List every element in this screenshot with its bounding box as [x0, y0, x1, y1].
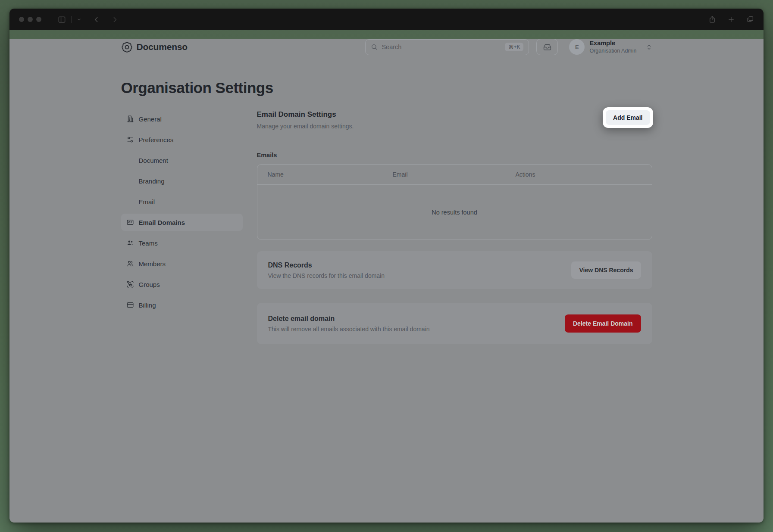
logo-text: Documenso — [137, 42, 188, 52]
column-header-name: Name — [268, 171, 393, 178]
dns-records-description: View the DNS records for this email doma… — [268, 272, 385, 279]
titlebar-divider — [71, 16, 72, 23]
show-all-tabs-icon[interactable] — [746, 16, 754, 23]
app-header: Documenso Search ⌘+K E — [121, 39, 652, 55]
documenso-logo-icon — [121, 41, 133, 53]
dns-records-title: DNS Records — [268, 261, 385, 269]
group-icon — [126, 280, 134, 288]
search-input[interactable]: Search ⌘+K — [365, 39, 529, 55]
sidebar-item-label: Email — [139, 198, 155, 205]
window-titlebar — [9, 9, 764, 30]
add-email-button[interactable]: Add Email — [606, 110, 650, 125]
user-name: Example — [589, 39, 636, 47]
emails-table: Name Email Actions No results found — [257, 164, 652, 240]
delete-email-domain-button[interactable]: Delete Email Domain — [565, 314, 641, 333]
inbox-icon — [543, 43, 551, 51]
chevrons-up-down-icon — [646, 44, 652, 50]
delete-domain-title: Delete email domain — [268, 315, 430, 323]
tutorial-spotlight: Add Email — [603, 107, 653, 128]
user-role: Organisation Admin — [589, 47, 636, 54]
dns-records-card: DNS Records View the DNS records for thi… — [257, 251, 652, 289]
new-tab-icon[interactable] — [727, 16, 735, 23]
search-icon — [371, 44, 378, 50]
sidebar-item-document[interactable]: Document — [121, 152, 243, 169]
building-icon — [126, 115, 134, 123]
view-dns-records-button[interactable]: View DNS Records — [571, 261, 641, 279]
sidebar-item-label: Email Domains — [139, 219, 185, 226]
sidebar-item-label: Billing — [139, 302, 156, 309]
sidebar-item-preferences[interactable]: Preferences — [121, 131, 243, 148]
column-header-actions: Actions — [516, 171, 642, 178]
traffic-lights — [19, 17, 41, 22]
search-placeholder: Search — [382, 44, 401, 50]
emails-label: Emails — [257, 152, 652, 159]
share-icon[interactable] — [708, 16, 716, 23]
zoom-window-button[interactable] — [36, 17, 41, 22]
sidebar-item-label: Teams — [139, 240, 158, 247]
avatar: E — [569, 39, 585, 55]
sidebar-item-label: Branding — [139, 177, 165, 185]
email-domain-settings-panel: Email Domain Settings Manage your email … — [257, 110, 652, 344]
browser-window: Documenso Search ⌘+K E — [9, 9, 764, 523]
delete-domain-description: This will remove all emails associated w… — [268, 326, 430, 333]
app-viewport: Documenso Search ⌘+K E — [9, 39, 764, 523]
sidebar-item-teams[interactable]: Teams — [121, 234, 243, 252]
sidebar-item-branding[interactable]: Branding — [121, 172, 243, 190]
empty-state-text: No results found — [257, 185, 652, 240]
users-icon — [126, 260, 134, 268]
sidebar-item-general[interactable]: General — [121, 110, 243, 128]
documenso-logo[interactable]: Documenso — [121, 41, 188, 53]
sidebar-item-members[interactable]: Members — [121, 255, 243, 272]
settings-nav: General Preferences Document Branding — [121, 110, 243, 317]
sidebar-item-label: Members — [139, 260, 166, 268]
sidebar-item-label: Preferences — [139, 136, 174, 143]
sidebar-item-email[interactable]: Email — [121, 193, 243, 210]
forward-icon[interactable] — [111, 16, 119, 23]
sidebar-item-label: General — [139, 115, 162, 123]
user-menu[interactable]: E Example Organisation Admin — [569, 39, 652, 55]
search-shortcut-badge: ⌘+K — [505, 43, 523, 51]
inbox-button[interactable] — [536, 39, 558, 55]
sidebar-item-label: Document — [139, 157, 168, 164]
section-title: Email Domain Settings — [257, 110, 652, 119]
sidebar-item-email-domains[interactable]: Email Domains — [121, 214, 243, 231]
section-divider — [257, 142, 652, 142]
users-group-icon — [126, 239, 134, 247]
back-icon[interactable] — [93, 16, 100, 23]
column-header-email: Email — [393, 171, 516, 178]
sidebar-item-label: Groups — [139, 281, 160, 288]
minimize-window-button[interactable] — [28, 17, 33, 22]
close-window-button[interactable] — [19, 17, 24, 22]
chevron-down-icon[interactable] — [77, 17, 81, 22]
section-description: Manage your email domain settings. — [257, 123, 652, 130]
emails-table-header: Name Email Actions — [257, 165, 652, 185]
sidebar-toggle-icon[interactable] — [58, 16, 66, 24]
id-card-icon — [126, 218, 134, 226]
credit-card-icon — [126, 301, 134, 309]
page-title: Organisation Settings — [121, 79, 652, 96]
sliders-icon — [126, 136, 134, 143]
sidebar-item-billing[interactable]: Billing — [121, 296, 243, 314]
delete-email-domain-card: Delete email domain This will remove all… — [257, 303, 652, 344]
sidebar-item-groups[interactable]: Groups — [121, 276, 243, 293]
